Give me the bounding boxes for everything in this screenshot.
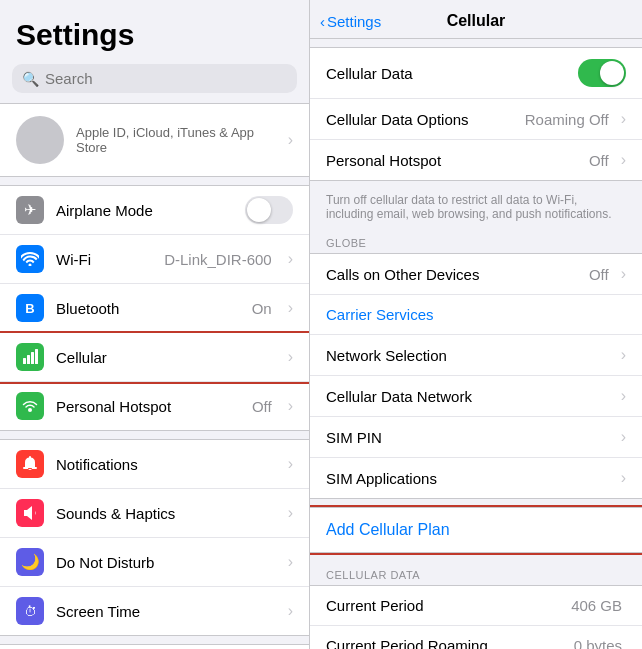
- personal-hotspot-value: Off: [589, 152, 609, 169]
- wifi-label: Wi-Fi: [56, 251, 152, 268]
- add-cellular-plan-label: Add Cellular Plan: [326, 521, 450, 539]
- notifications-icon: [16, 450, 44, 478]
- svg-rect-2: [31, 352, 34, 364]
- sim-applications-row[interactable]: SIM Applications ›: [310, 458, 642, 498]
- svg-rect-0: [23, 358, 26, 364]
- current-period-roaming-row: Current Period Roaming 0 bytes: [310, 626, 642, 649]
- bluetooth-row[interactable]: B Bluetooth On ›: [0, 284, 309, 333]
- hotspot-chevron-icon: ›: [288, 397, 293, 415]
- dnd-chevron-icon: ›: [288, 553, 293, 571]
- add-cellular-plan-group[interactable]: Add Cellular Plan: [310, 507, 642, 553]
- airplane-mode-icon: ✈: [16, 196, 44, 224]
- sounds-chevron-icon: ›: [288, 504, 293, 522]
- cellular-data-network-row[interactable]: Cellular Data Network ›: [310, 376, 642, 417]
- wifi-row[interactable]: Wi-Fi D-Link_DIR-600 ›: [0, 235, 309, 284]
- bluetooth-icon: B: [16, 294, 44, 322]
- personal-hotspot-chevron-icon: ›: [621, 151, 626, 169]
- hotspot-icon: [16, 392, 44, 420]
- screentime-icon: ⏱: [16, 597, 44, 625]
- screentime-chevron-icon: ›: [288, 602, 293, 620]
- cellular-data-network-chevron-icon: ›: [621, 387, 626, 405]
- sim-pin-row[interactable]: SIM PIN ›: [310, 417, 642, 458]
- avatar: [16, 116, 64, 164]
- globe-group: Calls on Other Devices Off › Carrier Ser…: [310, 253, 642, 499]
- sim-applications-label: SIM Applications: [326, 470, 613, 487]
- cellular-data-row[interactable]: Cellular Data: [310, 48, 642, 99]
- cellular-data-options-chevron-icon: ›: [621, 110, 626, 128]
- screentime-label: Screen Time: [56, 603, 276, 620]
- personal-hotspot-label: Personal Hotspot: [326, 152, 581, 169]
- airplane-mode-row[interactable]: ✈ Airplane Mode: [0, 186, 309, 235]
- sim-applications-chevron-icon: ›: [621, 469, 626, 487]
- sounds-row[interactable]: Sounds & Haptics ›: [0, 489, 309, 538]
- carrier-services-label[interactable]: Carrier Services: [326, 306, 626, 323]
- connectivity-group: ✈ Airplane Mode Wi-Fi D-Link_DIR-600 › B…: [0, 185, 309, 431]
- search-input[interactable]: [45, 70, 287, 87]
- calls-other-devices-label: Calls on Other Devices: [326, 266, 581, 283]
- notifications-row[interactable]: Notifications ›: [0, 440, 309, 489]
- search-bar[interactable]: 🔍: [12, 64, 297, 93]
- add-cellular-plan-button[interactable]: Add Cellular Plan: [310, 508, 642, 552]
- cellular-data-stats-group: Current Period 406 GB Current Period Roa…: [310, 585, 642, 649]
- right-content: Cellular Data Cellular Data Options Roam…: [310, 39, 642, 649]
- bluetooth-value: On: [252, 300, 272, 317]
- nav-back-label: Settings: [327, 13, 381, 30]
- cellular-data-label: Cellular Data: [326, 65, 570, 82]
- cellular-row[interactable]: Cellular ›: [0, 333, 309, 382]
- airplane-mode-toggle[interactable]: [245, 196, 293, 224]
- cellular-data-network-label: Cellular Data Network: [326, 388, 613, 405]
- settings-title: Settings: [0, 0, 309, 60]
- search-icon: 🔍: [22, 71, 39, 87]
- svg-point-4: [28, 408, 32, 412]
- cellular-top-group: Cellular Data Cellular Data Options Roam…: [310, 47, 642, 229]
- account-row[interactable]: Apple ID, iCloud, iTunes & App Store ›: [0, 103, 309, 177]
- cellular-data-options-row[interactable]: Cellular Data Options Roaming Off ›: [310, 99, 642, 140]
- account-chevron-icon: ›: [288, 131, 293, 149]
- cellular-data-section-header: CELLULAR DATA: [310, 561, 642, 585]
- cellular-data-options-value: Roaming Off: [525, 111, 609, 128]
- svg-rect-3: [35, 349, 38, 364]
- wifi-chevron-icon: ›: [288, 250, 293, 268]
- wifi-value: D-Link_DIR-600: [164, 251, 272, 268]
- dnd-label: Do Not Disturb: [56, 554, 276, 571]
- calls-other-devices-value: Off: [589, 266, 609, 283]
- current-period-value: 406 GB: [571, 597, 622, 614]
- general-row[interactable]: ⚙ General ›: [0, 645, 309, 649]
- calls-other-devices-row[interactable]: Calls on Other Devices Off ›: [310, 254, 642, 295]
- nav-header: ‹ Settings Cellular: [310, 0, 642, 39]
- carrier-services-row[interactable]: Carrier Services: [310, 295, 642, 335]
- network-selection-label: Network Selection: [326, 347, 613, 364]
- cellular-note: Turn off cellular data to restrict all d…: [310, 189, 642, 229]
- notifications-group: Notifications › Sounds & Haptics › 🌙 Do …: [0, 439, 309, 636]
- cellular-data-group: Cellular Data Cellular Data Options Roam…: [310, 47, 642, 181]
- sounds-label: Sounds & Haptics: [56, 505, 276, 522]
- dnd-row[interactable]: 🌙 Do Not Disturb ›: [0, 538, 309, 587]
- sim-pin-chevron-icon: ›: [621, 428, 626, 446]
- personal-hotspot-row[interactable]: Personal Hotspot Off ›: [310, 140, 642, 180]
- current-period-label: Current Period: [326, 597, 563, 614]
- sounds-icon: [16, 499, 44, 527]
- nav-title: Cellular: [447, 12, 506, 30]
- airplane-mode-label: Airplane Mode: [56, 202, 233, 219]
- cellular-label: Cellular: [56, 349, 276, 366]
- right-panel: ‹ Settings Cellular Cellular Data Cellul…: [310, 0, 642, 649]
- network-selection-row[interactable]: Network Selection ›: [310, 335, 642, 376]
- calls-other-devices-chevron-icon: ›: [621, 265, 626, 283]
- nav-back-button[interactable]: ‹ Settings: [320, 13, 381, 30]
- cellular-data-toggle[interactable]: [578, 59, 626, 87]
- account-info: Apple ID, iCloud, iTunes & App Store: [76, 125, 276, 155]
- current-period-roaming-label: Current Period Roaming: [326, 637, 566, 649]
- hotspot-label: Personal Hotspot: [56, 398, 240, 415]
- screentime-row[interactable]: ⏱ Screen Time ›: [0, 587, 309, 635]
- globe-section-header: GLOBE: [310, 229, 642, 253]
- cellular-chevron-icon: ›: [288, 348, 293, 366]
- general-group: ⚙ General › 🔲 Control Center › AA Displa…: [0, 644, 309, 649]
- bluetooth-chevron-icon: ›: [288, 299, 293, 317]
- wifi-icon: [16, 245, 44, 273]
- svg-rect-1: [27, 355, 30, 364]
- current-period-row: Current Period 406 GB: [310, 586, 642, 626]
- sim-pin-label: SIM PIN: [326, 429, 613, 446]
- hotspot-row[interactable]: Personal Hotspot Off ›: [0, 382, 309, 430]
- bluetooth-label: Bluetooth: [56, 300, 240, 317]
- notifications-chevron-icon: ›: [288, 455, 293, 473]
